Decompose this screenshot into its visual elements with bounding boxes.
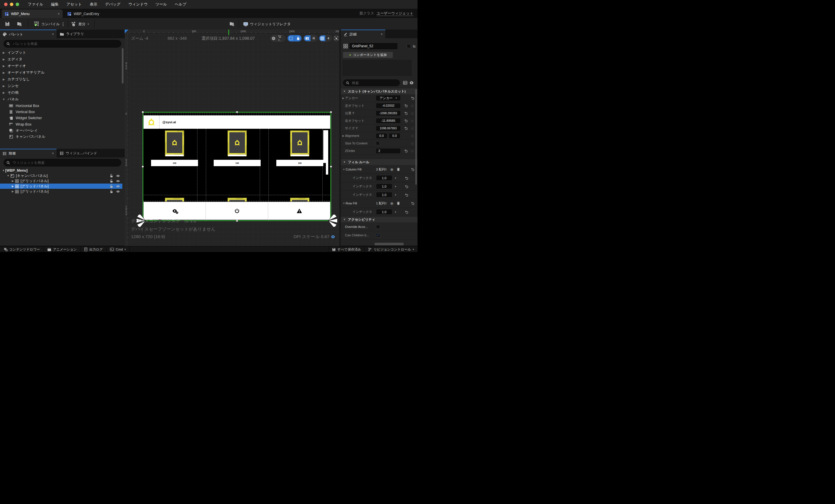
menu-window[interactable]: ウィンドウ xyxy=(128,2,148,7)
palette-item-canvas-panel[interactable]: キャンバスパネル xyxy=(0,134,125,140)
output-log-button[interactable]: 出力ログ xyxy=(81,246,107,252)
card-entry[interactable] xyxy=(290,130,309,156)
eye-icon[interactable] xyxy=(116,190,120,194)
zorder-field[interactable]: 2 xyxy=(376,148,401,154)
tab-close-icon[interactable]: × xyxy=(381,32,383,36)
culture-none-button[interactable]: なし xyxy=(277,35,285,41)
add-component-button[interactable]: + コンポーネントを追加 xyxy=(343,52,393,58)
bind-diamond-icon[interactable]: ◇ xyxy=(411,126,413,130)
layout-columns-icon[interactable] xyxy=(304,35,310,41)
size-to-content-checkbox[interactable] xyxy=(376,141,380,145)
chevron-right-icon[interactable]: ▶ xyxy=(342,135,345,137)
palette-category-input[interactable]: ▶インプット xyxy=(0,49,125,56)
designer-viewport[interactable]: 0 500 1000 1500 200 5 0 0 0 5 0 0 1 0 0 … xyxy=(125,29,339,246)
position-y-field[interactable]: -1098.290283 xyxy=(376,110,401,116)
revision-control-button[interactable]: リビジョンコントロール ▾ xyxy=(365,246,418,252)
eye-icon[interactable] xyxy=(116,179,120,183)
reset-icon[interactable] xyxy=(411,96,414,100)
preview-scrollbar-tail[interactable] xyxy=(326,163,328,175)
reset-icon[interactable] xyxy=(405,185,408,188)
palette-category-other[interactable]: ▶その他 xyxy=(0,89,125,96)
section-accessibility[interactable]: ▼アクセシビリティ xyxy=(341,217,418,222)
details-search-input[interactable] xyxy=(351,81,397,85)
reset-icon[interactable] xyxy=(405,210,408,214)
resize-handle[interactable] xyxy=(142,111,144,113)
reset-icon[interactable] xyxy=(411,202,414,205)
hierarchy-search-input[interactable] xyxy=(12,160,118,165)
menu-tools[interactable]: ツール xyxy=(156,2,167,7)
palette-scrollbar[interactable] xyxy=(122,48,123,83)
reset-icon[interactable] xyxy=(404,126,408,130)
can-children-checkbox[interactable]: ✓ xyxy=(376,233,380,237)
palette-search-input[interactable] xyxy=(12,41,118,46)
animation-button[interactable]: アニメーション xyxy=(44,246,81,252)
bind-diamond-icon[interactable]: ◇ xyxy=(411,149,413,153)
tree-row-wbp-menu[interactable]: ▼ [WBP_Menu] xyxy=(0,168,122,173)
tree-row-grid-panel-1[interactable]: ▶ [グリッドパネル] xyxy=(0,178,122,184)
content-drawer-button[interactable]: コンテンツドロワー xyxy=(0,246,44,252)
palette-item-widget-switcher[interactable]: Widget Switcher xyxy=(0,115,125,121)
tab-library[interactable]: ライブラリ xyxy=(57,29,96,38)
palette-category-audio-material[interactable]: ▶オーディオマテリアル xyxy=(0,69,125,76)
lock-open-icon[interactable] xyxy=(109,184,114,188)
eye-icon[interactable] xyxy=(116,174,120,178)
tab-close-icon[interactable]: × xyxy=(52,152,54,156)
tree-row-canvas-panel[interactable]: ▼ [キャンバスパネル] xyxy=(0,173,122,178)
tree-row-grid-panel-2-selected[interactable]: ▶ [グリッドパネル] xyxy=(0,184,122,189)
card-entry[interactable] xyxy=(228,130,247,156)
compile-icon[interactable] xyxy=(34,21,39,26)
settings-button[interactable] xyxy=(144,202,206,220)
chevron-down-icon[interactable]: ▾ xyxy=(395,210,396,214)
menu-view[interactable]: 表示 xyxy=(89,2,97,7)
reset-icon[interactable] xyxy=(404,149,408,153)
globe-icon[interactable] xyxy=(270,35,277,41)
window-close-button[interactable] xyxy=(4,3,7,6)
resize-handle[interactable] xyxy=(142,166,144,168)
lock-open-icon[interactable] xyxy=(109,179,114,183)
chevron-down-icon[interactable]: ▾ xyxy=(395,185,396,188)
tab-details[interactable]: 詳細 × xyxy=(341,29,385,38)
tree-row-grid-panel-3[interactable]: ▶ [グリッドパネル] xyxy=(0,189,122,194)
override-accessibility-checkbox[interactable] xyxy=(376,225,380,229)
reset-icon[interactable] xyxy=(405,193,408,197)
palette-category-synth[interactable]: ▶シンセ xyxy=(0,83,125,89)
index-field[interactable]: 1.0 xyxy=(376,209,392,215)
trash-icon[interactable] xyxy=(396,168,400,171)
resize-handle[interactable] xyxy=(236,220,238,222)
add-element-icon[interactable]: ⊕ xyxy=(390,167,393,172)
chevron-right-icon[interactable]: ▶ xyxy=(11,190,15,193)
menu-file[interactable]: ファイル xyxy=(28,2,43,7)
offset-right-field[interactable]: -11.89585 xyxy=(376,118,401,123)
menu-edit[interactable]: 編集 xyxy=(51,2,59,7)
resize-handle[interactable] xyxy=(330,111,332,113)
window-minimize-button[interactable] xyxy=(10,3,13,6)
is-variable-checkbox[interactable] xyxy=(407,44,411,48)
resize-handle[interactable] xyxy=(330,166,332,168)
section-fill-rules[interactable]: ▼フィル ルール xyxy=(341,159,418,165)
bind-diamond-icon[interactable]: ◇ xyxy=(411,112,413,115)
palette-item-horizontal-box[interactable]: Horizontal Box xyxy=(0,103,125,109)
chevron-down-icon[interactable]: ▼ xyxy=(342,202,346,205)
eye-icon[interactable] xyxy=(116,184,120,188)
tab-hierarchy[interactable]: 階層 × xyxy=(0,149,57,158)
save-icon[interactable] xyxy=(5,21,10,26)
palette-item-wrap-box[interactable]: Wrap Box xyxy=(0,121,125,127)
tab-wbp-cardentry[interactable]: WBP_CardEntry xyxy=(64,9,105,18)
power-button[interactable] xyxy=(206,202,268,220)
chevron-down-icon[interactable]: ▼ xyxy=(2,169,5,172)
index-field[interactable]: 1.0 xyxy=(376,192,392,198)
alignment-y-field[interactable]: 0.0 xyxy=(389,133,401,139)
parent-class-link[interactable]: ユーザーウィジェット xyxy=(376,11,413,16)
alignment-x-field[interactable]: 0.0 xyxy=(376,133,387,139)
add-element-icon[interactable]: ⊕ xyxy=(390,201,393,206)
browse-debug-icon[interactable] xyxy=(229,21,235,26)
chevron-down-icon[interactable]: ▼ xyxy=(6,174,10,177)
chevron-down-icon[interactable]: ▾ xyxy=(395,177,396,180)
chevron-down-icon[interactable]: ▼ xyxy=(342,168,346,171)
lock-icon[interactable] xyxy=(294,35,302,41)
compile-options-icon[interactable] xyxy=(63,22,63,27)
widget-canvas[interactable]: @syui.ai 100 100 100 xyxy=(143,112,331,221)
chevron-right-icon[interactable]: ▶ xyxy=(11,185,15,188)
marquee-select-icon[interactable] xyxy=(288,35,294,41)
resize-handle[interactable] xyxy=(236,111,238,113)
